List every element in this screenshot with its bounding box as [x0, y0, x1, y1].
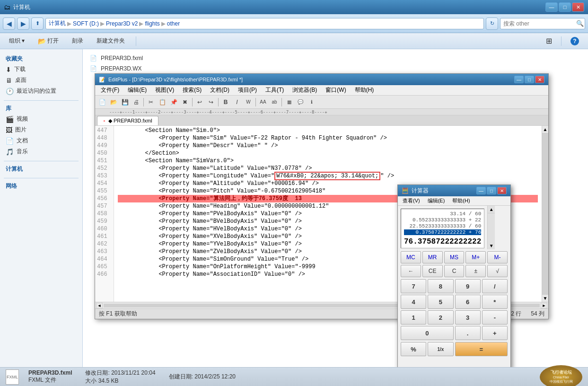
ep-block-btn[interactable]: ▦ — [284, 97, 294, 107]
calc-reciprocal-button[interactable]: 1/x — [428, 342, 453, 356]
calc-mminus-button[interactable]: M- — [487, 251, 508, 263]
sidebar-item-video[interactable]: 🎬 视频 — [0, 114, 82, 124]
calc-percent-button[interactable]: % — [401, 342, 426, 356]
calc-mplus-button[interactable]: M+ — [465, 251, 486, 263]
burn-button[interactable]: 刻录 — [68, 35, 88, 47]
close-button[interactable]: ✕ — [572, 2, 584, 12]
calc-3-button[interactable]: 3 — [455, 310, 481, 325]
sidebar-item-download[interactable]: ⬇ 下载 — [0, 64, 82, 75]
open-button[interactable]: 📂 打开 — [34, 35, 63, 47]
calc-minus-button[interactable]: - — [482, 310, 508, 325]
calc-5-button[interactable]: 5 — [428, 295, 453, 309]
file-item-wx[interactable]: 📄 PREPAR3D.WX — [87, 63, 584, 74]
calc-8-button[interactable]: 8 — [428, 279, 453, 293]
sidebar-item-desktop[interactable]: 🖥 桌面 — [0, 75, 82, 86]
maximize-button[interactable]: □ — [559, 2, 571, 12]
editplus-max-button[interactable]: □ — [525, 76, 534, 83]
sidebar-item-recent[interactable]: 🕐 最近访问的位置 — [0, 86, 82, 96]
editplus-close-button[interactable]: ✕ — [535, 76, 544, 83]
calc-scroll-down-btn[interactable]: ▼ — [488, 242, 495, 249]
ep-menu-doc[interactable]: 文档(D) — [206, 85, 233, 95]
scroll-up-btn[interactable]: ▲ — [542, 126, 548, 133]
ep-del-btn[interactable]: ✖ — [180, 97, 190, 107]
calc-dot-button[interactable]: . — [455, 326, 481, 340]
ep-menu-edit[interactable]: 编辑(E) — [124, 85, 150, 95]
scroll-down-btn[interactable]: ▼ — [542, 294, 548, 302]
ep-cut-btn[interactable]: ✂ — [146, 97, 156, 107]
search-input[interactable] — [503, 20, 574, 27]
calc-c-button[interactable]: C — [444, 265, 465, 277]
calc-ce-button[interactable]: CE — [422, 265, 443, 277]
ep-comment-btn[interactable]: 💬 — [295, 97, 306, 107]
calc-backspace-button[interactable]: ← — [401, 265, 421, 277]
calc-2-button[interactable]: 2 — [428, 310, 453, 325]
back-button[interactable]: ◀ — [3, 18, 15, 30]
minimize-button[interactable]: — — [545, 2, 558, 12]
ep-redo-btn[interactable]: ↪ — [206, 97, 216, 107]
calc-sqrt-button[interactable]: √ — [487, 265, 508, 277]
calculator-min-button[interactable]: — — [476, 187, 486, 194]
calc-menu-edit[interactable]: 编辑(E) — [425, 197, 448, 205]
calc-7-button[interactable]: 7 — [401, 279, 426, 293]
ep-undo-btn[interactable]: ↩ — [194, 97, 205, 107]
calc-mc-button[interactable]: MC — [401, 251, 421, 263]
calc-equals-button[interactable]: = — [455, 342, 508, 356]
editplus-min-button[interactable]: — — [514, 76, 524, 83]
refresh-button[interactable]: ↻ — [486, 18, 498, 30]
calc-6-button[interactable]: 6 — [455, 295, 481, 309]
breadcrumb-flights[interactable]: flights — [145, 20, 159, 27]
ep-menu-help[interactable]: 帮助(H) — [351, 85, 378, 95]
ep-aa-btn[interactable]: AA — [258, 97, 268, 107]
calculator-close-button[interactable]: ✕ — [497, 187, 507, 194]
ep-italic-btn[interactable]: I — [232, 97, 242, 107]
ep-format-btn[interactable]: ab — [269, 97, 280, 107]
calc-div-button[interactable]: / — [482, 279, 508, 293]
editplus-scrollbar[interactable]: ▲ ▼ — [542, 126, 548, 302]
ep-menu-project[interactable]: 项目(P) — [234, 85, 261, 95]
view-button[interactable]: ⊞ — [542, 35, 556, 47]
calc-4-button[interactable]: 4 — [401, 295, 426, 309]
hscroll-left-btn[interactable]: ◄ — [96, 303, 103, 308]
sidebar-item-music[interactable]: 🎵 音乐 — [0, 146, 82, 157]
ep-menu-tools[interactable]: 工具(T) — [262, 85, 288, 95]
help-button[interactable]: ? — [566, 35, 583, 47]
editplus-tab-fxml[interactable]: ● ◆ PREPAR3D.fxml — [97, 116, 158, 125]
calc-0-button[interactable]: 0 — [401, 326, 454, 340]
calc-menu-view[interactable]: 查看(V) — [400, 197, 423, 205]
calc-1-button[interactable]: 1 — [401, 310, 426, 325]
ep-copy-btn[interactable]: 📋 — [157, 97, 167, 107]
calculator-max-button[interactable]: □ — [487, 187, 496, 194]
sidebar-item-pictures[interactable]: 🖼 图片 — [0, 124, 82, 135]
ep-info-btn[interactable]: ℹ — [307, 97, 317, 107]
calc-plusminus-button[interactable]: ± — [465, 265, 486, 277]
breadcrumb-soft[interactable]: SOFT (D:) — [73, 20, 99, 27]
ep-menu-file[interactable]: 文件(F) — [97, 85, 123, 95]
ep-paste-btn[interactable]: 📌 — [168, 97, 179, 107]
breadcrumb-computer[interactable]: 计算机 — [49, 19, 66, 27]
organize-button[interactable]: 组织 ▾ — [5, 35, 29, 47]
ep-open-btn[interactable]: 📂 — [108, 97, 119, 107]
sidebar-item-documents[interactable]: 📄 文档 — [0, 135, 82, 146]
ep-print-btn[interactable]: 🖨 — [131, 97, 141, 107]
calc-plus-button[interactable]: + — [482, 326, 508, 340]
search-icon[interactable]: 🔍 — [576, 20, 584, 27]
ep-new-btn[interactable]: 📄 — [97, 97, 107, 107]
ep-bold-btn[interactable]: B — [220, 97, 231, 107]
up-button[interactable]: ⬆ — [31, 18, 44, 30]
forward-button[interactable]: ▶ — [17, 18, 29, 30]
calc-scroll-up-btn[interactable]: ▲ — [488, 206, 495, 213]
file-item-fxml[interactable]: 📄 PREPAR3D.fxml — [87, 53, 584, 63]
ep-menu-search[interactable]: 搜索(S) — [179, 85, 205, 95]
breadcrumb-other[interactable]: other — [167, 20, 180, 27]
calc-menu-help[interactable]: 帮助(H) — [449, 197, 473, 205]
calc-9-button[interactable]: 9 — [455, 279, 481, 293]
ep-menu-view[interactable]: 视图(V) — [151, 85, 178, 95]
new-folder-button[interactable]: 新建文件夹 — [92, 35, 129, 47]
ep-word-wrap-btn[interactable]: W — [243, 97, 254, 107]
ep-menu-window[interactable]: 窗口(W) — [322, 85, 350, 95]
calc-ms-button[interactable]: MS — [444, 251, 465, 263]
breadcrumb-prepar3d[interactable]: Prepar3D v2 — [106, 20, 138, 27]
calc-mr-button[interactable]: MR — [422, 251, 443, 263]
ep-menu-browser[interactable]: 浏览器(B) — [289, 85, 321, 95]
ep-save-btn[interactable]: 💾 — [120, 97, 130, 107]
